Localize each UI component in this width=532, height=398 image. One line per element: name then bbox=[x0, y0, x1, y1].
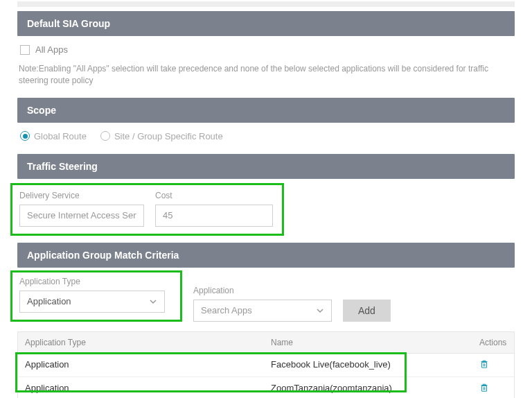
th-actions: Actions bbox=[472, 332, 514, 353]
radio-label: Site / Group Specific Route bbox=[114, 131, 223, 141]
cell-name: ZoomTanzania(zoomtanzania) bbox=[264, 377, 402, 398]
criteria-row: Application Type Application Application… bbox=[17, 268, 515, 322]
cell-actions bbox=[472, 377, 514, 398]
apps-table: Application Type Name Actions Applicatio… bbox=[17, 331, 515, 398]
section-traffic-steering: Traffic Steering bbox=[17, 154, 515, 179]
app-type-field: Application Type Application bbox=[19, 277, 173, 313]
chevron-down-icon bbox=[149, 297, 157, 306]
table-header: Application Type Name Actions bbox=[18, 332, 514, 354]
application-select[interactable]: Search Apps bbox=[193, 300, 332, 322]
cell-type: Application bbox=[18, 377, 264, 398]
app-type-select[interactable]: Application bbox=[19, 291, 165, 313]
application-field: Application Search Apps bbox=[193, 286, 332, 322]
all-apps-note: Note:Enabling "All Apps" selection will … bbox=[17, 63, 515, 94]
delivery-highlight: Delivery Service Cost bbox=[10, 183, 284, 236]
cost-input[interactable] bbox=[155, 205, 273, 227]
svg-rect-1 bbox=[482, 386, 487, 391]
radio-icon[interactable] bbox=[20, 131, 30, 141]
delete-icon[interactable] bbox=[479, 359, 489, 369]
scope-radio-group: Global Route Site / Group Specific Route bbox=[17, 123, 515, 150]
section-default-sia-group: Default SIA Group bbox=[17, 11, 515, 36]
cost-field: Cost bbox=[155, 191, 273, 227]
cell-name: Facebook Live(facebook_live) bbox=[264, 354, 402, 377]
table-body: Application Facebook Live(facebook_live)… bbox=[18, 354, 514, 398]
cell-actions bbox=[472, 354, 514, 377]
delete-icon[interactable] bbox=[479, 383, 489, 392]
app-type-label: Application Type bbox=[19, 277, 173, 286]
cell-type: Application bbox=[18, 354, 264, 377]
radio-site-specific-route[interactable]: Site / Group Specific Route bbox=[100, 131, 223, 141]
all-apps-label: All Apps bbox=[35, 44, 68, 55]
delivery-service-field: Delivery Service bbox=[19, 191, 144, 227]
th-app-type: Application Type bbox=[18, 332, 264, 353]
app-type-value: Application bbox=[27, 296, 71, 306]
add-button-group: . Add bbox=[343, 286, 391, 322]
svg-rect-0 bbox=[482, 362, 487, 367]
radio-icon[interactable] bbox=[100, 131, 110, 141]
checkbox-icon[interactable] bbox=[20, 45, 30, 55]
table-row: Application Facebook Live(facebook_live) bbox=[18, 354, 514, 377]
radio-label: Global Route bbox=[34, 131, 87, 141]
top-divider bbox=[17, 1, 515, 7]
app-type-highlight: Application Type Application bbox=[10, 270, 182, 322]
application-label: Application bbox=[193, 286, 332, 295]
th-name: Name bbox=[264, 332, 472, 353]
form-content: Default SIA Group All Apps Note:Enabling… bbox=[0, 11, 532, 398]
all-apps-checkbox-row[interactable]: All Apps bbox=[17, 36, 515, 63]
application-placeholder: Search Apps bbox=[201, 305, 252, 315]
table-row: Application ZoomTanzania(zoomtanzania) bbox=[18, 377, 514, 398]
delivery-service-label: Delivery Service bbox=[19, 191, 144, 200]
delivery-service-input[interactable] bbox=[19, 205, 144, 227]
section-match-criteria: Application Group Match Criteria bbox=[17, 243, 515, 268]
cost-label: Cost bbox=[155, 191, 273, 200]
section-scope: Scope bbox=[17, 98, 515, 123]
chevron-down-icon bbox=[316, 306, 324, 315]
radio-global-route[interactable]: Global Route bbox=[20, 131, 87, 141]
add-button[interactable]: Add bbox=[343, 300, 391, 322]
